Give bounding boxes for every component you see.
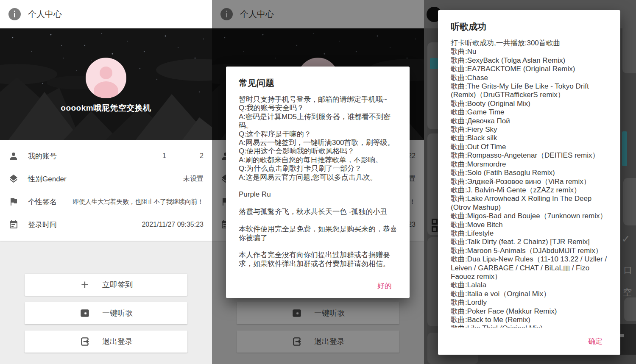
panel-profile: 个人中心 — [0, 0, 212, 364]
row-label: 个性签名 — [28, 197, 57, 207]
songs-dialog-actions: 确定 — [438, 328, 620, 355]
appbar: 个人中心 — [0, 0, 212, 28]
row-value-2: 2 — [166, 152, 204, 160]
logout-label: 退出登录 — [102, 336, 133, 347]
row-value: 2021/11/27 09:35:23 — [142, 221, 204, 228]
row-value-1: 1 — [162, 152, 166, 160]
row-gender[interactable]: 性别Gender 未设置 — [0, 167, 212, 190]
sign-in-label: 立即签到 — [102, 280, 133, 290]
faq-dialog-body: 暂时只支持手机号登录，邮箱的请绑定手机哦~ Q:我的账号安全吗？ A:密码是计算… — [226, 89, 410, 273]
faq-dialog-title: 常见问题 — [226, 67, 410, 89]
screenshot-root: 个人中心 — [0, 0, 636, 364]
row-label: 性别Gender — [28, 174, 67, 184]
layers-icon — [8, 174, 19, 184]
username: ooookm哦屁凭空交换机 — [0, 103, 212, 114]
calendar-icon — [8, 220, 19, 230]
row-value: 即使人生大写着失败，也阻止不了我继续向前！ — [73, 198, 204, 206]
row-signature[interactable]: 个性签名 即使人生大写着失败，也阻止不了我继续向前！ — [0, 190, 212, 213]
flag-icon — [8, 197, 19, 207]
account-section: 我的账号 1 2 性别Gender 未设置 个性签名 即使人生大写着失败，也阻止… — [0, 140, 212, 241]
row-my-account[interactable]: 我的账号 1 2 — [0, 144, 212, 167]
person-icon — [8, 151, 19, 161]
faq-dialog: 常见问题 暂时只支持手机号登录，邮箱的请绑定手机哦~ Q:我的账号安全吗？ A:… — [226, 67, 410, 298]
listen-label: 一键听歌 — [102, 308, 133, 318]
panel-profile-dimmed: 个人中心 — [212, 0, 424, 364]
plus-icon — [79, 279, 90, 290]
row-login-time[interactable]: 登录时间 2021/11/27 09:35:23 — [0, 213, 212, 236]
avatar-person-icon — [100, 67, 112, 79]
page-title: 个人中心 — [28, 8, 62, 20]
listen-icon — [79, 308, 90, 319]
panel-songs-result: ✓ 口 空 听歌成功 打卡听歌成功,一共播放:300首歌曲 歌曲:Nu 歌曲:S… — [424, 0, 636, 364]
row-label: 登录时间 — [28, 220, 57, 230]
exit-icon — [79, 336, 90, 347]
songs-dialog-body: 打卡听歌成功,一共播放:300首歌曲 歌曲:Nu 歌曲:SexyBack (To… — [438, 33, 620, 328]
profile-hero: ooookm哦屁凭空交换机 — [0, 28, 212, 140]
songs-dialog-title: 听歌成功 — [438, 10, 620, 33]
one-key-listen-button[interactable]: 一键听歌 — [25, 302, 187, 324]
confirm-button[interactable]: 确定 — [586, 333, 605, 350]
logout-button[interactable]: 退出登录 — [25, 331, 187, 353]
info-icon[interactable] — [8, 8, 21, 20]
sign-in-button[interactable]: 立即签到 — [25, 274, 187, 296]
songs-dialog: 听歌成功 打卡听歌成功,一共播放:300首歌曲 歌曲:Nu 歌曲:SexyBac… — [438, 10, 620, 355]
avatar-person-shoulders — [94, 81, 118, 98]
row-value: 未设置 — [183, 175, 204, 183]
ok-button[interactable]: 好的 — [375, 278, 394, 294]
avatar[interactable] — [86, 58, 126, 98]
row-label: 我的账号 — [28, 151, 57, 161]
faq-dialog-actions: 好的 — [226, 273, 410, 298]
actions-area: 立即签到 一键听歌 退出登录 — [0, 241, 212, 353]
